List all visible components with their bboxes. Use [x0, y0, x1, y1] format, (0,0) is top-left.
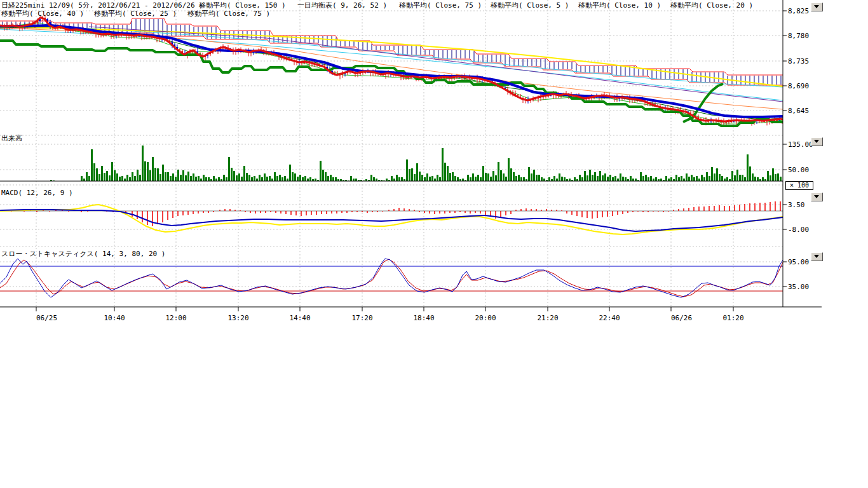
- legend-item: 移動平均( Close, 10 ): [578, 1, 661, 10]
- macd-scale-dropdown-button[interactable]: [811, 193, 823, 201]
- legend-item: 一目均衡表( 9, 26, 52 ): [297, 1, 387, 10]
- macd-panel-label: MACD( 12, 26, 9 ): [1, 189, 73, 197]
- stochastics-panel: [0, 259, 783, 297]
- y-axis-tick-label: -8.00: [788, 226, 809, 234]
- x-axis-tick-label: 22:40: [599, 314, 620, 322]
- x-axis-tick-label: 14:40: [289, 314, 310, 322]
- stochastics-scale-dropdown-button[interactable]: [811, 252, 823, 261]
- y-axis-tick-label: 50.00: [788, 166, 809, 174]
- x-axis-tick-label: 13:20: [227, 314, 248, 322]
- x-axis-tick-label: 21:20: [537, 314, 558, 322]
- chevron-down-icon: [814, 140, 819, 143]
- x-axis-tick-label: 17:20: [351, 314, 372, 322]
- y-axis-tick-label: 8,735: [788, 57, 809, 65]
- legend-item: 移動平均( Close, 20 ): [670, 1, 753, 10]
- x-axis-tick-label: 10:40: [104, 314, 125, 322]
- legend-item: 移動平均( Close, 5 ): [491, 1, 569, 10]
- price-scale-dropdown-button[interactable]: [811, 3, 823, 11]
- chevron-down-icon: [814, 195, 819, 198]
- stochastics-panel-label: スロー・ストキャスティクス( 14, 3, 80, 20 ): [1, 249, 165, 259]
- x-axis-tick-label: 06/26: [671, 314, 692, 322]
- y-axis-tick-label: 8,825: [788, 7, 809, 15]
- x-axis-tick-label: 18:40: [413, 314, 434, 322]
- x-axis-tick-label: 06/25: [36, 314, 57, 322]
- y-axis-tick-label: 8,780: [788, 32, 809, 40]
- y-axis-tick-label: 8,690: [788, 82, 809, 90]
- y-axis-tick-label: 3.50: [788, 201, 805, 209]
- chart-canvas: [0, 0, 832, 327]
- legend-item: 移動平均( Close, 40 ): [1, 9, 84, 18]
- y-axis-tick-label: 95.00: [788, 258, 809, 266]
- volume-scale-dropdown-button[interactable]: [811, 137, 823, 146]
- volume-multiplier-badge: × 100: [785, 181, 813, 190]
- y-axis-tick-label: 8,645: [788, 107, 809, 115]
- legend-item: 移動平均( Close, 75 ): [399, 1, 482, 10]
- chevron-down-icon: [814, 5, 819, 8]
- volume-bars: [0, 146, 783, 181]
- legend-item: 移動平均( Close, 25 ): [94, 9, 177, 18]
- y-axis-tick-label: 135.00: [788, 140, 813, 149]
- axes: [0, 0, 822, 311]
- y-axis-tick-label: 35.00: [788, 283, 809, 291]
- x-axis-tick-label: 01:20: [722, 314, 743, 322]
- legend-item: 移動平均( Close, 75 ): [187, 9, 270, 18]
- chevron-down-icon: [814, 255, 819, 258]
- volume-panel-label: 出来高: [1, 133, 22, 143]
- x-axis-tick-label: 12:00: [165, 314, 186, 322]
- trading-chart-window: 日経225mini 12/09( 5分, 2012/06/21 - 2012/0…: [0, 0, 868, 488]
- x-axis-tick-label: 20:00: [475, 314, 496, 322]
